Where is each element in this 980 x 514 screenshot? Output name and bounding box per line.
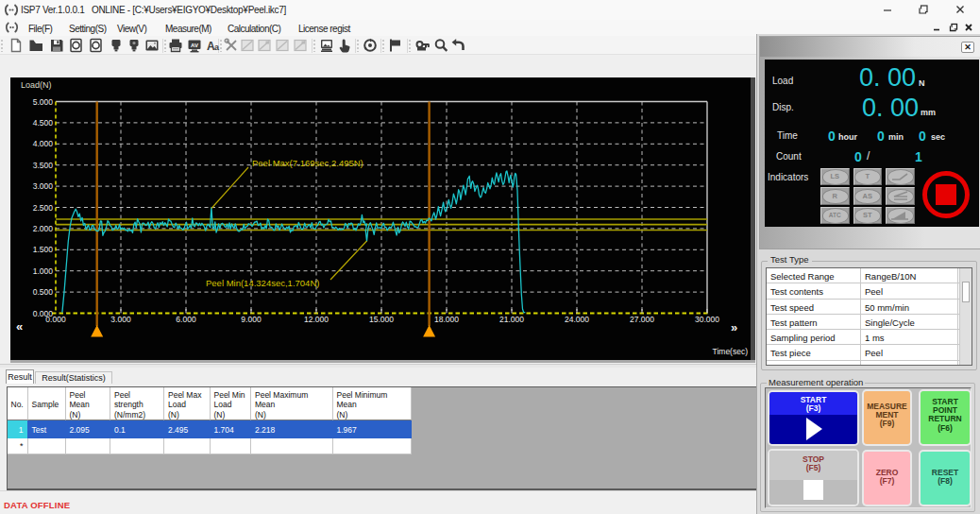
svg-text:AV: AV (191, 43, 198, 48)
svg-text:1.500: 1.500 (33, 245, 54, 254)
svg-text:Load(N): Load(N) (21, 80, 52, 90)
svg-text:24.000: 24.000 (565, 315, 589, 324)
svg-text:a: a (214, 43, 220, 52)
svg-text:Peel Min(14.324sec,1.704N): Peel Min(14.324sec,1.704N) (206, 278, 319, 288)
svg-text:0.500: 0.500 (33, 287, 54, 297)
svg-text:3.000: 3.000 (110, 315, 131, 324)
svg-text:1.000: 1.000 (33, 266, 54, 276)
svg-text:9.000: 9.000 (241, 315, 262, 324)
svg-text:Peel Max(7.169sec,2.495N): Peel Max(7.169sec,2.495N) (252, 158, 363, 168)
svg-text:27.000: 27.000 (630, 315, 654, 324)
svg-text:3.500: 3.500 (33, 161, 54, 170)
svg-text:4.000: 4.000 (33, 139, 54, 148)
svg-text:»: » (731, 320, 737, 334)
svg-text:«: « (16, 319, 23, 334)
svg-text:6.000: 6.000 (176, 315, 196, 324)
svg-text:Time(sec): Time(sec) (713, 347, 749, 356)
svg-text:5.000: 5.000 (33, 97, 54, 107)
svg-text:12.000: 12.000 (304, 315, 329, 324)
svg-text:2.500: 2.500 (33, 203, 54, 213)
svg-text:3.000: 3.000 (33, 181, 54, 191)
svg-text:2.000: 2.000 (33, 224, 54, 233)
svg-text:0.000: 0.000 (45, 315, 66, 324)
svg-text:21.000: 21.000 (499, 315, 524, 324)
svg-text:4.500: 4.500 (33, 118, 54, 128)
svg-text:30.000: 30.000 (695, 315, 719, 324)
svg-text:18.000: 18.000 (434, 315, 459, 324)
svg-text:15.000: 15.000 (369, 315, 394, 324)
